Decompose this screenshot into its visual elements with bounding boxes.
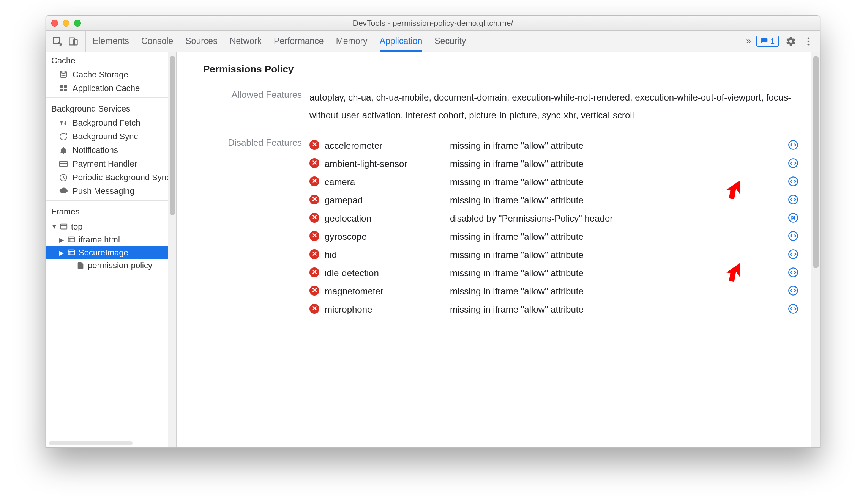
error-x-icon: ✕ [309,176,319,186]
push-messaging-icon [59,187,68,196]
error-x-icon: ✕ [309,158,319,168]
payment-handler-icon [59,159,68,168]
frame-node-secureimage[interactable]: ▶SecureImage [46,246,176,259]
tab-network[interactable]: Network [230,31,262,52]
error-x-icon: ✕ [309,267,319,277]
tab-performance[interactable]: Performance [274,31,324,52]
settings-gear-icon[interactable] [786,36,796,47]
feature-reason: missing in iframe "allow" attribute [450,230,784,244]
issues-badge[interactable]: 1 [756,36,779,47]
devtools-toolbar: ElementsConsoleSourcesNetworkPerformance… [46,31,820,52]
disabled-feature-row: ✕ambient-light-sensormissing in iframe "… [309,155,805,173]
reveal-source-icon[interactable] [788,176,799,187]
feature-reason: missing in iframe "allow" attribute [450,266,784,280]
sidebar-item-periodic-background-sync[interactable]: Periodic Background Sync [46,171,176,184]
feature-name: gamepad [325,193,446,207]
tree-twisty-icon[interactable]: ▼ [51,223,57,230]
disabled-features-row: Disabled Features ✕accelerometermissing … [203,137,805,319]
reveal-source-icon[interactable] [788,303,799,314]
tab-sources[interactable]: Sources [185,31,217,52]
feature-reason: disabled by "Permissions-Policy" header [450,212,784,225]
reveal-source-icon[interactable] [788,194,799,205]
sidebar-vertical-scrollbar-thumb[interactable] [170,56,175,215]
tab-elements[interactable]: Elements [93,31,129,52]
feature-name: ambient-light-sensor [325,157,446,171]
sidebar-section-frames: Frames [46,203,176,219]
reveal-network-icon[interactable] [788,212,799,223]
tab-application[interactable]: Application [380,31,423,52]
titlebar: DevTools - permission-policy-demo.glitch… [46,16,820,31]
tree-twisty-icon[interactable]: ▶ [59,236,64,244]
sidebar-divider [46,200,176,201]
allowed-features-row: Allowed Features autoplay, ch-ua, ch-ua-… [203,89,805,124]
notifications-icon [59,146,68,155]
kebab-menu-icon[interactable] [803,36,814,47]
overflow-tabs-button[interactable]: » [744,36,753,46]
svg-rect-10 [64,89,67,91]
feature-reason: missing in iframe "allow" attribute [450,139,784,153]
sidebar-item-application-cache[interactable]: Application Cache [46,82,176,95]
tab-memory[interactable]: Memory [336,31,368,52]
error-x-icon: ✕ [309,195,319,204]
disabled-feature-row: ✕idle-detectionmissing in iframe "allow"… [309,264,805,282]
svg-rect-9 [60,89,63,91]
feature-reason: missing in iframe "allow" attribute [450,175,784,189]
svg-point-3 [808,37,810,39]
tree-twisty-icon[interactable]: ▶ [59,249,64,256]
feature-name: magnetometer [325,285,446,298]
error-x-icon: ✕ [309,231,319,241]
sidebar-item-background-sync[interactable]: Background Sync [46,130,176,143]
sidebar-horizontal-scrollbar[interactable] [49,441,133,445]
feature-name: gyroscope [325,230,446,244]
reveal-source-icon[interactable] [788,285,799,296]
frame-node-top[interactable]: ▼top [46,220,176,233]
main-vertical-scrollbar-thumb[interactable] [813,56,819,268]
tab-console[interactable]: Console [141,31,173,52]
svg-rect-15 [68,250,75,255]
panel-tabs: ElementsConsoleSourcesNetworkPerformance… [93,31,741,52]
reveal-source-icon[interactable] [788,249,799,259]
disabled-feature-row: ✕accelerometermissing in iframe "allow" … [309,137,805,155]
tab-security[interactable]: Security [434,31,466,52]
error-x-icon: ✕ [309,249,319,259]
feature-name: microphone [325,303,446,316]
device-toolbar-icon[interactable] [68,36,79,47]
disabled-feature-row: ✕cameramissing in iframe "allow" attribu… [309,173,805,191]
cache-storage-icon [59,70,68,79]
reveal-source-icon[interactable] [788,231,799,241]
feature-name: hid [325,248,446,262]
error-x-icon: ✕ [309,213,319,223]
sidebar-item-background-fetch[interactable]: Background Fetch [46,116,176,130]
frame-icon [67,236,76,244]
svg-point-5 [808,43,810,45]
reveal-source-icon[interactable] [788,158,799,168]
frame-node-permission-policy[interactable]: permission-policy [46,259,176,272]
document-icon [76,261,85,270]
svg-rect-7 [60,85,63,88]
disabled-feature-row: ✕magnetometermissing in iframe "allow" a… [309,282,805,300]
page-heading: Permissions Policy [203,63,805,75]
sidebar-item-cache-storage[interactable]: Cache Storage [46,68,176,82]
svg-rect-8 [64,85,67,88]
reveal-source-icon[interactable] [788,267,799,278]
reveal-source-icon[interactable] [788,140,799,150]
devtools-window: DevTools - permission-policy-demo.glitch… [46,15,820,448]
inspect-element-icon[interactable] [52,36,63,47]
sidebar-item-notifications[interactable]: Notifications [46,143,176,157]
window-title: DevTools - permission-policy-demo.glitch… [46,19,820,28]
issues-count: 1 [770,37,775,46]
sidebar-item-push-messaging[interactable]: Push Messaging [46,184,176,198]
sidebar-vertical-scrollbar-track[interactable] [168,52,176,447]
feature-reason: missing in iframe "allow" attribute [450,285,784,298]
panel-body: Cache Cache StorageApplication Cache Bac… [46,52,820,447]
disabled-features-list: ✕accelerometermissing in iframe "allow" … [309,137,805,319]
svg-rect-11 [60,161,67,167]
sidebar-divider [46,97,176,98]
frame-node-iframe-html[interactable]: ▶iframe.html [46,233,176,246]
allowed-features-value: autoplay, ch-ua, ch-ua-mobile, document-… [309,89,805,124]
disabled-features-label: Disabled Features [203,137,302,148]
main-vertical-scrollbar-track[interactable] [811,52,820,447]
feature-reason: missing in iframe "allow" attribute [450,157,784,171]
disabled-feature-row: ✕gyroscopemissing in iframe "allow" attr… [309,228,805,246]
sidebar-item-payment-handler[interactable]: Payment Handler [46,157,176,171]
